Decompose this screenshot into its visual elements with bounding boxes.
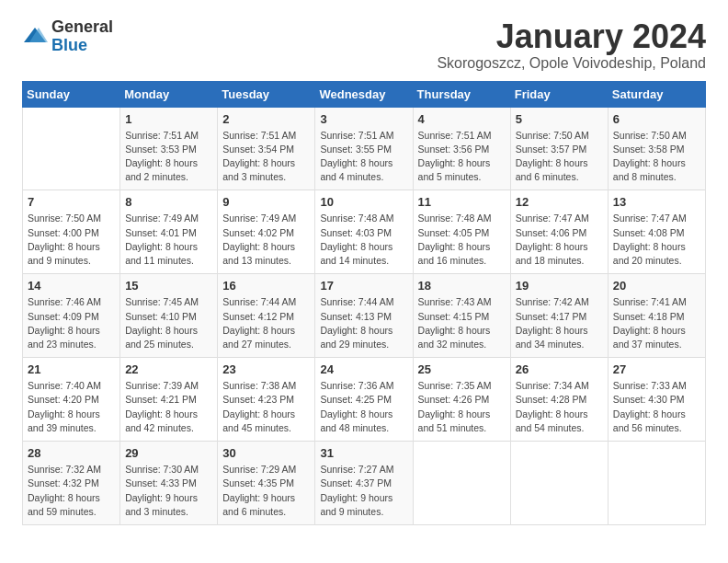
day-number: 3 [320, 112, 407, 126]
day-number: 10 [320, 195, 407, 209]
day-number: 26 [516, 362, 603, 376]
day-number: 15 [125, 279, 212, 293]
calendar-header-row: SundayMondayTuesdayWednesdayThursdayFrid… [23, 81, 706, 107]
calendar-cell: 22Sunrise: 7:39 AMSunset: 4:21 PMDayligh… [120, 358, 218, 442]
calendar-week-row: 28Sunrise: 7:32 AMSunset: 4:32 PMDayligh… [23, 442, 706, 525]
header-wednesday: Wednesday [315, 81, 413, 107]
logo-blue-text: Blue [51, 37, 113, 55]
day-detail: Sunrise: 7:27 AMSunset: 4:37 PMDaylight:… [320, 463, 407, 519]
calendar-cell: 13Sunrise: 7:47 AMSunset: 4:08 PMDayligh… [608, 190, 705, 274]
header-tuesday: Tuesday [218, 81, 315, 107]
day-detail: Sunrise: 7:46 AMSunset: 4:09 PMDaylight:… [28, 295, 115, 351]
day-detail: Sunrise: 7:51 AMSunset: 3:53 PMDaylight:… [125, 129, 212, 185]
title-area: January 2024 Skorogoszcz, Opole Voivodes… [437, 18, 706, 72]
calendar-week-row: 14Sunrise: 7:46 AMSunset: 4:09 PMDayligh… [23, 274, 706, 358]
day-number: 2 [222, 112, 310, 126]
calendar-cell: 3Sunrise: 7:51 AMSunset: 3:55 PMDaylight… [315, 107, 413, 190]
day-detail: Sunrise: 7:45 AMSunset: 4:10 PMDaylight:… [125, 295, 212, 351]
calendar-cell: 24Sunrise: 7:36 AMSunset: 4:25 PMDayligh… [315, 358, 413, 442]
day-number: 11 [418, 195, 506, 209]
calendar-cell: 16Sunrise: 7:44 AMSunset: 4:12 PMDayligh… [218, 274, 315, 358]
calendar-cell: 23Sunrise: 7:38 AMSunset: 4:23 PMDayligh… [218, 358, 315, 442]
day-number: 19 [516, 279, 603, 293]
day-detail: Sunrise: 7:49 AMSunset: 4:01 PMDaylight:… [125, 212, 212, 268]
calendar-cell: 30Sunrise: 7:29 AMSunset: 4:35 PMDayligh… [218, 442, 315, 525]
day-detail: Sunrise: 7:50 AMSunset: 4:00 PMDaylight:… [28, 212, 115, 268]
day-number: 6 [613, 112, 700, 126]
logo-icon [22, 24, 48, 50]
calendar-cell: 28Sunrise: 7:32 AMSunset: 4:32 PMDayligh… [23, 442, 120, 525]
day-detail: Sunrise: 7:40 AMSunset: 4:20 PMDaylight:… [28, 379, 115, 435]
calendar-week-row: 7Sunrise: 7:50 AMSunset: 4:00 PMDaylight… [23, 190, 706, 274]
day-detail: Sunrise: 7:51 AMSunset: 3:54 PMDaylight:… [222, 129, 310, 185]
day-detail: Sunrise: 7:47 AMSunset: 4:06 PMDaylight:… [516, 212, 603, 268]
day-detail: Sunrise: 7:29 AMSunset: 4:35 PMDaylight:… [222, 463, 310, 519]
day-detail: Sunrise: 7:48 AMSunset: 4:05 PMDaylight:… [418, 212, 506, 268]
header-monday: Monday [120, 81, 218, 107]
calendar-cell: 27Sunrise: 7:33 AMSunset: 4:30 PMDayligh… [608, 358, 705, 442]
day-number: 13 [613, 195, 700, 209]
day-number: 20 [613, 279, 700, 293]
day-detail: Sunrise: 7:32 AMSunset: 4:32 PMDaylight:… [28, 463, 115, 519]
header-saturday: Saturday [608, 81, 705, 107]
calendar-cell: 26Sunrise: 7:34 AMSunset: 4:28 PMDayligh… [510, 358, 608, 442]
calendar-table: SundayMondayTuesdayWednesdayThursdayFrid… [22, 81, 706, 525]
calendar-cell [23, 107, 120, 190]
day-number: 22 [125, 362, 212, 376]
calendar-cell: 10Sunrise: 7:48 AMSunset: 4:03 PMDayligh… [315, 190, 413, 274]
day-number: 4 [418, 112, 506, 126]
day-detail: Sunrise: 7:50 AMSunset: 3:57 PMDaylight:… [516, 129, 603, 185]
day-detail: Sunrise: 7:43 AMSunset: 4:15 PMDaylight:… [418, 295, 506, 351]
calendar-cell: 7Sunrise: 7:50 AMSunset: 4:00 PMDaylight… [23, 190, 120, 274]
calendar-cell: 21Sunrise: 7:40 AMSunset: 4:20 PMDayligh… [23, 358, 120, 442]
calendar-cell: 4Sunrise: 7:51 AMSunset: 3:56 PMDaylight… [413, 107, 510, 190]
header-sunday: Sunday [23, 81, 120, 107]
day-number: 31 [320, 446, 407, 460]
calendar-cell: 11Sunrise: 7:48 AMSunset: 4:05 PMDayligh… [413, 190, 510, 274]
day-number: 30 [222, 446, 310, 460]
calendar-cell: 20Sunrise: 7:41 AMSunset: 4:18 PMDayligh… [608, 274, 705, 358]
calendar-cell: 14Sunrise: 7:46 AMSunset: 4:09 PMDayligh… [23, 274, 120, 358]
logo: General Blue [22, 18, 113, 55]
day-detail: Sunrise: 7:38 AMSunset: 4:23 PMDaylight:… [222, 379, 310, 435]
calendar-cell: 9Sunrise: 7:49 AMSunset: 4:02 PMDaylight… [218, 190, 315, 274]
calendar-cell: 25Sunrise: 7:35 AMSunset: 4:26 PMDayligh… [413, 358, 510, 442]
day-detail: Sunrise: 7:30 AMSunset: 4:33 PMDaylight:… [125, 463, 212, 519]
day-number: 24 [320, 362, 407, 376]
day-detail: Sunrise: 7:47 AMSunset: 4:08 PMDaylight:… [613, 212, 700, 268]
day-detail: Sunrise: 7:34 AMSunset: 4:28 PMDaylight:… [516, 379, 603, 435]
day-number: 14 [28, 279, 115, 293]
day-detail: Sunrise: 7:41 AMSunset: 4:18 PMDaylight:… [613, 295, 700, 351]
header-thursday: Thursday [413, 81, 510, 107]
day-number: 7 [28, 195, 115, 209]
calendar-cell [608, 442, 705, 525]
month-title: January 2024 [437, 18, 706, 55]
header: General Blue January 2024 Skorogoszcz, O… [22, 18, 706, 72]
calendar-cell [510, 442, 608, 525]
calendar-cell [413, 442, 510, 525]
day-detail: Sunrise: 7:50 AMSunset: 3:58 PMDaylight:… [613, 129, 700, 185]
calendar-cell: 5Sunrise: 7:50 AMSunset: 3:57 PMDaylight… [510, 107, 608, 190]
day-number: 23 [222, 362, 310, 376]
day-detail: Sunrise: 7:33 AMSunset: 4:30 PMDaylight:… [613, 379, 700, 435]
day-number: 12 [516, 195, 603, 209]
header-friday: Friday [510, 81, 608, 107]
calendar-cell: 18Sunrise: 7:43 AMSunset: 4:15 PMDayligh… [413, 274, 510, 358]
day-detail: Sunrise: 7:48 AMSunset: 4:03 PMDaylight:… [320, 212, 407, 268]
day-number: 8 [125, 195, 212, 209]
calendar-cell: 17Sunrise: 7:44 AMSunset: 4:13 PMDayligh… [315, 274, 413, 358]
day-number: 17 [320, 279, 407, 293]
calendar-cell: 19Sunrise: 7:42 AMSunset: 4:17 PMDayligh… [510, 274, 608, 358]
logo-text: General Blue [51, 18, 113, 55]
day-detail: Sunrise: 7:44 AMSunset: 4:12 PMDaylight:… [222, 295, 310, 351]
day-detail: Sunrise: 7:49 AMSunset: 4:02 PMDaylight:… [222, 212, 310, 268]
day-detail: Sunrise: 7:36 AMSunset: 4:25 PMDaylight:… [320, 379, 407, 435]
day-detail: Sunrise: 7:44 AMSunset: 4:13 PMDaylight:… [320, 295, 407, 351]
day-number: 28 [28, 446, 115, 460]
day-number: 5 [516, 112, 603, 126]
calendar-cell: 12Sunrise: 7:47 AMSunset: 4:06 PMDayligh… [510, 190, 608, 274]
day-detail: Sunrise: 7:51 AMSunset: 3:55 PMDaylight:… [320, 129, 407, 185]
calendar-cell: 6Sunrise: 7:50 AMSunset: 3:58 PMDaylight… [608, 107, 705, 190]
calendar-week-row: 1Sunrise: 7:51 AMSunset: 3:53 PMDaylight… [23, 107, 706, 190]
day-number: 16 [222, 279, 310, 293]
